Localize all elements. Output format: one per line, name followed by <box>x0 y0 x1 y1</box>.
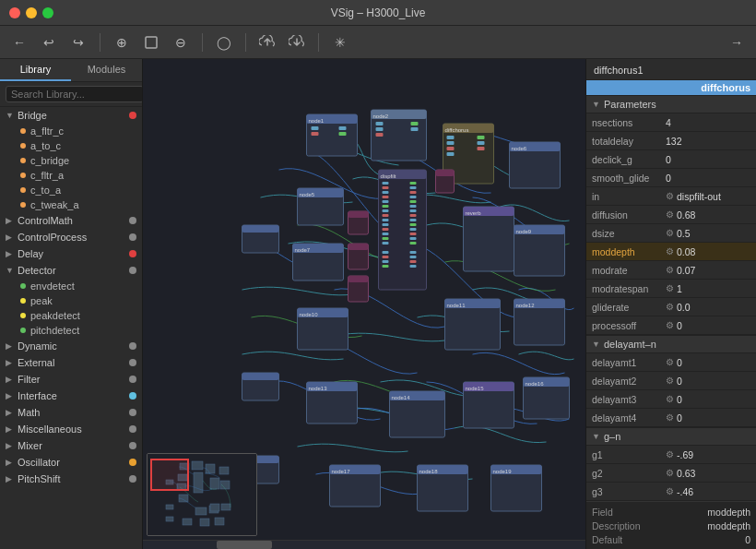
window-controls[interactable] <box>9 7 53 18</box>
sub-dot <box>20 187 26 193</box>
sidebar-item-a_fltr_c[interactable]: a_fltr_c <box>0 124 142 138</box>
sidebar-category-filter[interactable]: ▶ Filter <box>0 371 142 388</box>
redo-button[interactable]: ↪ <box>66 30 90 54</box>
cloud-upload-button[interactable] <box>255 30 279 54</box>
rp-info-panel: Field moddepth Description moddepth Defa… <box>586 501 756 549</box>
rp-param-gliderate[interactable]: gliderate ⚙0.0 <box>586 298 756 316</box>
svg-rect-60 <box>410 237 417 240</box>
svg-rect-138 <box>210 504 219 511</box>
minimize-button[interactable] <box>26 7 37 18</box>
svg-rect-114 <box>242 373 279 380</box>
rp-params-section[interactable]: ▼ Parameters <box>586 95 756 113</box>
svg-text:node12: node12 <box>516 303 536 308</box>
sidebar-category-mixer[interactable]: ▶ Mixer <box>0 437 142 454</box>
rp-param-declick_g[interactable]: declick_g 0 <box>586 150 756 169</box>
sidebar-category-miscellaneous[interactable]: ▶ Miscellaneous <box>0 421 142 437</box>
sub-item-label: peakdetect <box>30 310 80 321</box>
rp-param-modrate[interactable]: modrate ⚙0.07 <box>586 261 756 280</box>
param-label: g1 <box>592 449 666 460</box>
frame-button[interactable] <box>139 30 163 54</box>
minimap-viewport[interactable] <box>150 459 189 491</box>
sub-dot <box>20 328 26 333</box>
svg-rect-13 <box>376 127 384 131</box>
search-input[interactable] <box>6 86 143 102</box>
rp-delayamt-section[interactable]: ▼ delayamt–n <box>586 335 756 353</box>
rp-param-dsize[interactable]: dsize ⚙0.5 <box>586 224 756 243</box>
rp-param-processoff[interactable]: processoff ⚙0 <box>586 316 756 335</box>
canvas-scrollbar[interactable] <box>143 540 585 549</box>
svg-rect-5 <box>312 126 319 130</box>
maximize-button[interactable] <box>42 7 53 18</box>
svg-text:node6: node6 <box>512 146 527 151</box>
sidebar-item-c_fltr_a[interactable]: c_fltr_a <box>0 168 142 183</box>
rp-param-delayamt3[interactable]: delayamt3 ⚙0 <box>586 390 756 409</box>
sidebar-item-peakdetect[interactable]: peakdetect <box>0 308 142 323</box>
rp-param-moddepth[interactable]: moddepth ⚙0.08 <box>586 243 756 261</box>
sidebar-category-controlmath[interactable]: ▶ ControlMath <box>0 212 142 229</box>
zoom-out-button[interactable]: ⊖ <box>169 30 193 54</box>
sidebar-category-math[interactable]: ▶ Math <box>0 404 142 421</box>
category-label: Bridge <box>18 110 47 121</box>
cloud-download-button[interactable] <box>285 30 309 54</box>
undo-button[interactable]: ↩ <box>37 30 61 54</box>
category-arrow-icon: ▶ <box>6 249 15 258</box>
sidebar-item-a_to_c[interactable]: a_to_c <box>0 138 142 153</box>
param-label: moddepth <box>592 246 666 257</box>
titlebar: VSig – H3000_Live <box>0 0 756 26</box>
sidebar-category-bridge[interactable]: ▼ Bridge <box>0 107 142 124</box>
rp-param-in[interactable]: in ⚙dispfilt-out <box>586 187 756 206</box>
svg-rect-62 <box>410 251 417 254</box>
tab-modules[interactable]: Modules <box>71 59 142 81</box>
rp-param-nsections[interactable]: nsections 4 <box>586 113 756 132</box>
rp-param-g2[interactable]: g2 ⚙0.63 <box>586 464 756 483</box>
rp-param-modratespan[interactable]: modratespan ⚙1 <box>586 280 756 298</box>
sun-button[interactable]: ✳ <box>328 30 352 54</box>
svg-text:node14: node14 <box>392 395 411 400</box>
back-button[interactable]: ← <box>7 30 31 54</box>
sidebar-item-c_tweak_a[interactable]: c_tweak_a <box>0 197 142 212</box>
param-value: ⚙0 <box>666 320 682 331</box>
sidebar-item-peak[interactable]: peak <box>0 293 142 308</box>
svg-text:node16: node16 <box>526 381 545 387</box>
rp-param-delayamt1[interactable]: delayamt1 ⚙0 <box>586 353 756 372</box>
sidebar-item-c_to_a[interactable]: c_to_a <box>0 183 142 197</box>
sidebar-category-interface[interactable]: ▶ Interface <box>0 388 142 404</box>
svg-rect-25 <box>478 141 485 145</box>
sidebar-item-pitchdetect[interactable]: pitchdetect <box>0 323 142 338</box>
shape-button[interactable]: ◯ <box>212 30 236 54</box>
nav-forward-button[interactable]: → <box>725 30 749 54</box>
rp-param-delayamt2[interactable]: delayamt2 ⚙0 <box>586 372 756 390</box>
sidebar-category-dynamic[interactable]: ▶ Dynamic <box>0 338 142 354</box>
rp-param-diffusion[interactable]: diffusion ⚙0.68 <box>586 206 756 224</box>
sidebar-item-c_bridge[interactable]: c_bridge <box>0 153 142 168</box>
rp-param-g1[interactable]: g1 ⚙-.69 <box>586 446 756 464</box>
rp-param-totaldelay[interactable]: totaldelay 132 <box>586 132 756 150</box>
sidebar-category-external[interactable]: ▶ External <box>0 354 142 371</box>
rp-param-smooth_glide[interactable]: smooth_glide 0 <box>586 169 756 187</box>
rp-gn-section[interactable]: ▼ g–n <box>586 427 756 446</box>
rp-param-delayamt4[interactable]: delayamt4 ⚙0 <box>586 409 756 427</box>
rp-param-g3[interactable]: g3 ⚙-.46 <box>586 483 756 501</box>
svg-rect-42 <box>383 237 389 240</box>
category-dot <box>129 376 136 383</box>
category-label: Detector <box>18 265 56 276</box>
tab-library[interactable]: Library <box>0 59 71 81</box>
main-layout: Library Modules ✕ ◇ ▼ Bridge a_fltr_c a_… <box>0 59 756 549</box>
close-button[interactable] <box>9 7 20 18</box>
zoom-in-button[interactable]: ⊕ <box>110 30 134 54</box>
scrollbar-thumb[interactable] <box>217 541 272 549</box>
svg-rect-122 <box>348 244 369 250</box>
minimap-content <box>148 454 256 535</box>
sidebar-category-delay[interactable]: ▶ Delay <box>0 245 142 262</box>
minimap[interactable] <box>147 453 257 536</box>
svg-text:node15: node15 <box>466 386 485 391</box>
sidebar-category-oscillator[interactable]: ▶ Oscillator <box>0 454 142 471</box>
sidebar-category-detector[interactable]: ▼ Detector <box>0 262 142 279</box>
svg-rect-127 <box>192 461 203 470</box>
sidebar-category-pitchshift[interactable]: ▶ PitchShift <box>0 471 142 487</box>
canvas-area[interactable]: node1 node2 diffchorus <box>143 59 585 549</box>
category-arrow-icon: ▶ <box>6 424 15 434</box>
param-label: in <box>592 191 666 202</box>
sidebar-category-controlprocess[interactable]: ▶ ControlProcess <box>0 229 142 245</box>
sidebar-item-envdetect[interactable]: envdetect <box>0 279 142 293</box>
